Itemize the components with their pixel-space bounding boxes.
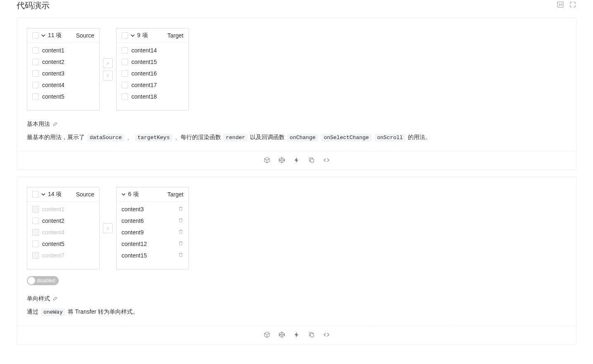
list-item[interactable]: content12 (117, 238, 188, 250)
move-right-button[interactable]: > (103, 223, 113, 233)
page-title-text: 代码演示 (17, 0, 50, 11)
codesandbox-icon[interactable] (264, 331, 270, 339)
delete-icon[interactable] (178, 252, 183, 259)
edit-icon[interactable] (52, 295, 58, 303)
code-toggle-icon[interactable] (323, 331, 330, 339)
item-label: content15 (131, 59, 157, 65)
delete-icon[interactable] (178, 229, 183, 236)
list-item[interactable]: content15 (117, 56, 188, 68)
item-checkbox[interactable] (121, 70, 128, 77)
select-all-checkbox[interactable] (32, 32, 39, 39)
item-checkbox[interactable] (121, 82, 128, 88)
list-item[interactable]: content1 (27, 45, 99, 56)
item-label: content2 (42, 59, 64, 65)
stackblitz-icon[interactable] (293, 331, 300, 339)
source-list-body[interactable]: content1 content2 content4 content5 cont… (27, 202, 99, 269)
demo-title: 基本用法 (27, 121, 50, 128)
transfer-source-panel: 14 项 Source content1 content2 content4 c… (27, 187, 100, 269)
list-item[interactable]: content5 (27, 238, 99, 250)
item-checkbox[interactable] (32, 70, 39, 77)
list-item[interactable]: content18 (117, 91, 188, 102)
chevron-down-icon[interactable] (121, 192, 126, 196)
item-label: content7 (42, 252, 64, 259)
transfer-target-panel: 9 项 Target content14 content15 content16… (116, 28, 189, 111)
chevron-down-icon[interactable] (131, 33, 135, 38)
codesandbox-icon[interactable] (264, 157, 270, 165)
demo-title: 单向样式 (27, 295, 50, 303)
target-count-label: 6 项 (128, 191, 139, 198)
list-item[interactable]: content16 (117, 68, 188, 79)
item-checkbox[interactable] (32, 82, 39, 88)
transfer-target-panel: 6 项 Target content3 content6 content9 co… (116, 187, 189, 269)
item-label: content4 (42, 229, 64, 236)
code-toggle-icon[interactable] (323, 157, 330, 165)
item-checkbox[interactable] (121, 47, 128, 54)
demo-description: 最基本的用法，展示了 dataSource 、 targetKeys 、每行的渲… (17, 128, 576, 151)
item-checkbox[interactable] (32, 217, 39, 224)
code-token: onScroll (375, 134, 405, 142)
copy-icon[interactable] (308, 157, 315, 165)
item-label: content12 (121, 241, 147, 247)
switch-label: disabled (37, 278, 55, 284)
transfer-basic: 11 项 Source content1 content2 content3 c… (27, 28, 566, 111)
item-checkbox (32, 206, 39, 213)
item-label: content6 (121, 217, 144, 224)
list-item: content4 (27, 227, 99, 238)
code-token: onChange (287, 134, 318, 142)
move-right-button[interactable]: > (103, 58, 113, 68)
item-label: content9 (121, 229, 144, 236)
list-item: content7 (27, 250, 99, 261)
item-checkbox[interactable] (121, 59, 128, 65)
list-item[interactable]: content3 (27, 68, 99, 79)
target-list-body[interactable]: content14 content15 content16 content17 … (117, 43, 188, 110)
list-item[interactable]: content2 (27, 56, 99, 68)
chevron-down-icon[interactable] (41, 33, 45, 38)
codepen-icon[interactable] (279, 157, 285, 165)
item-checkbox (32, 229, 39, 236)
delete-icon[interactable] (178, 241, 183, 247)
list-item[interactable]: content4 (27, 79, 99, 91)
item-label: content5 (42, 93, 64, 100)
item-checkbox[interactable] (32, 241, 39, 247)
item-checkbox[interactable] (32, 93, 39, 100)
list-item[interactable]: content5 (27, 91, 99, 102)
stackblitz-icon[interactable] (293, 157, 300, 165)
page-title: 代码演示 (17, 0, 576, 11)
list-item[interactable]: content15 (117, 250, 188, 261)
source-count-label: 11 项 (48, 32, 62, 39)
expand-icon[interactable] (569, 1, 576, 10)
edit-icon[interactable] (52, 121, 58, 128)
item-checkbox[interactable] (121, 93, 128, 100)
item-label: content1 (42, 47, 64, 54)
item-label: content18 (131, 93, 157, 100)
item-label: content15 (121, 252, 147, 259)
source-list-body[interactable]: content1 content2 content3 content4 cont… (27, 43, 99, 110)
move-left-button[interactable]: < (103, 71, 113, 80)
copy-icon[interactable] (308, 331, 315, 339)
demo-description: 通过 oneWay 将 Transfer 转为单向样式。 (17, 303, 576, 326)
list-item[interactable]: content9 (117, 227, 188, 238)
select-all-checkbox[interactable] (121, 32, 128, 39)
item-label: content5 (42, 241, 64, 247)
list-item[interactable]: content17 (117, 79, 188, 91)
delete-icon[interactable] (178, 217, 183, 224)
rtl-toggle-icon[interactable] (557, 1, 564, 10)
disabled-switch[interactable]: disabled (27, 276, 59, 285)
list-item[interactable]: content3 (117, 203, 188, 215)
list-item[interactable]: content2 (27, 215, 99, 227)
delete-icon[interactable] (178, 206, 183, 213)
source-count-label: 14 项 (48, 191, 62, 198)
list-item[interactable]: content14 (117, 45, 188, 56)
demo-basic-usage: 11 项 Source content1 content2 content3 c… (17, 18, 576, 170)
codepen-icon[interactable] (279, 331, 285, 339)
item-checkbox[interactable] (32, 59, 39, 65)
code-token: oneWay (41, 308, 65, 316)
item-checkbox (32, 252, 39, 259)
item-checkbox[interactable] (32, 47, 39, 54)
target-count-label: 9 项 (137, 32, 148, 39)
list-item[interactable]: content6 (117, 215, 188, 227)
chevron-down-icon[interactable] (41, 192, 45, 196)
item-label: content1 (42, 206, 64, 213)
select-all-checkbox[interactable] (32, 191, 39, 198)
target-list-body[interactable]: content3 content6 content9 content12 con… (117, 202, 188, 269)
